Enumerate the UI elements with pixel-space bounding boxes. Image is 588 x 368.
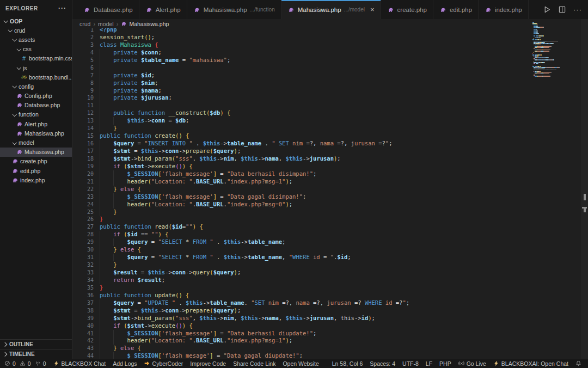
line-number[interactable]: 15: [72, 132, 94, 140]
line-number[interactable]: 26: [72, 216, 94, 223]
code-line[interactable]: 5private $table_name = "mahasiswa";: [72, 57, 588, 64]
tree-file-config-php[interactable]: Config.php: [0, 91, 72, 101]
code-line[interactable]: 35}: [72, 284, 588, 292]
go-live-button[interactable]: Go Live: [458, 360, 486, 367]
code-line[interactable]: 36public function update() {: [72, 292, 588, 299]
tree-folder-assets[interactable]: assets: [0, 35, 72, 44]
breadcrumb-item-model[interactable]: model: [98, 21, 114, 27]
blackbox-chat-button[interactable]: BLACKBOX Chat: [53, 360, 106, 367]
line-number[interactable]: 18: [72, 155, 94, 163]
code-line[interactable]: 31$query = "SELECT * FROM " . $this->tab…: [72, 254, 588, 261]
tree-file-mahasiswa-php[interactable]: Mahasiswa.php: [0, 148, 72, 157]
line-number[interactable]: 9: [72, 87, 94, 95]
run-button-icon[interactable]: [543, 5, 551, 14]
encoding[interactable]: UTF-8: [402, 360, 419, 367]
line-number[interactable]: 44: [72, 352, 94, 359]
line-number[interactable]: 25: [72, 208, 94, 216]
code-line[interactable]: 14}: [72, 125, 588, 132]
code-line[interactable]: 43} else {: [72, 345, 588, 352]
close-icon[interactable]: ×: [370, 6, 375, 13]
line-number[interactable]: 7: [72, 72, 94, 79]
line-number[interactable]: 17: [72, 148, 94, 155]
tree-folder-crud[interactable]: crud: [0, 26, 72, 35]
tab-create-php[interactable]: create.php: [381, 0, 433, 19]
code-line[interactable]: 7private $id;: [72, 72, 588, 79]
tab-edit-php[interactable]: edit.php: [433, 0, 479, 19]
blackboxai-open-chat-button[interactable]: BLACKBOXAI: Open Chat: [493, 360, 568, 367]
tree-file-alert-php[interactable]: Alert.php: [0, 119, 72, 128]
code-line[interactable]: 44$_SESSION['flash_mesage'] = "Data gaga…: [72, 352, 588, 359]
more-actions-button-icon[interactable]: ···: [573, 5, 581, 14]
line-number[interactable]: 35: [72, 284, 94, 292]
tree-folder-model[interactable]: model: [0, 138, 72, 147]
line-number[interactable]: 6: [72, 64, 94, 72]
line-number[interactable]: 38: [72, 307, 94, 315]
section-outline[interactable]: OUTLINE: [0, 339, 72, 349]
line-number[interactable]: 10: [72, 94, 94, 102]
code-line[interactable]: 38$stmt = $this->conn->prepare($query);: [72, 307, 588, 315]
code-line[interactable]: 1<?php: [72, 28, 588, 34]
line-number[interactable]: 14: [72, 125, 94, 132]
line-number[interactable]: 27: [72, 223, 94, 231]
tab-index-php[interactable]: index.php: [479, 0, 529, 19]
code-line[interactable]: 25}: [72, 208, 588, 216]
code-line[interactable]: 11: [72, 102, 588, 109]
code-line[interactable]: 37$query = "UPDATE " . $this->table_name…: [72, 299, 588, 307]
code-line[interactable]: 19if ($stmt->execute()) {: [72, 163, 588, 170]
errors-indicator[interactable]: 0: [4, 360, 16, 367]
line-number[interactable]: 41: [72, 330, 94, 338]
line-number[interactable]: 16: [72, 140, 94, 148]
tree-file-index-php[interactable]: index.php: [0, 175, 72, 185]
code-line[interactable]: 8private $nim;: [72, 79, 588, 87]
line-number[interactable]: 42: [72, 337, 94, 345]
add-logs-button[interactable]: Add Logs: [113, 360, 137, 367]
code-line[interactable]: 18$stmt->bind_param("sss". $this->nim, $…: [72, 155, 588, 163]
share-code-link-button[interactable]: Share Code Link: [233, 360, 275, 367]
code-line[interactable]: 27public function read($id="") {: [72, 223, 588, 231]
tree-file-bootstrap-min-css[interactable]: #bootstrap.min.css: [0, 54, 72, 63]
cursor-position[interactable]: Ln 58, Col 6: [332, 360, 363, 367]
ports-indicator[interactable]: 0: [35, 360, 46, 367]
code-line[interactable]: 13$this->conn = $db;: [72, 117, 588, 125]
indentation[interactable]: Spaces: 4: [370, 360, 395, 367]
line-number[interactable]: 36: [72, 292, 94, 299]
tab-database-php[interactable]: Database.php: [77, 0, 139, 19]
tab-mahasiswa-php-model[interactable]: Mahasiswa.php.../model×: [281, 0, 381, 19]
code-line[interactable]: 22} else {: [72, 186, 588, 193]
code-line[interactable]: 34return $result;: [72, 277, 588, 284]
tab-alert-php[interactable]: Alert.php: [139, 0, 187, 19]
code-line[interactable]: 3class Mahasiswa {: [72, 41, 588, 49]
tree-folder-css[interactable]: css: [0, 45, 72, 54]
code-line[interactable]: 15public function create() {: [72, 132, 588, 140]
line-number[interactable]: 24: [72, 201, 94, 208]
code-line[interactable]: 9private $nama;: [72, 87, 588, 95]
line-number[interactable]: 3: [72, 41, 94, 49]
line-number[interactable]: 21: [72, 178, 94, 186]
notifications-bell[interactable]: [575, 360, 581, 366]
tab-mahasiswa-php-function[interactable]: Mahasiswa.php.../function: [187, 0, 281, 19]
language-mode[interactable]: PHP: [439, 360, 451, 367]
code-line[interactable]: 26}: [72, 216, 588, 223]
explorer-more-actions-icon[interactable]: ···: [58, 4, 66, 12]
code-line[interactable]: 33$result = $this->conn->query($query);: [72, 269, 588, 277]
code-line[interactable]: 10private $jurusan;: [72, 94, 588, 102]
cybercoder-button[interactable]: CyberCoder: [144, 360, 183, 367]
tree-folder-function[interactable]: function: [0, 110, 72, 119]
line-number[interactable]: 1: [72, 28, 94, 34]
line-number[interactable]: 40: [72, 322, 94, 330]
line-number[interactable]: 39: [72, 315, 94, 322]
open-website-button[interactable]: Open Website: [283, 360, 318, 367]
code-line[interactable]: 2session_start();: [72, 34, 588, 41]
code-editor[interactable]: 1<?php2session_start();3class Mahasiswa …: [72, 28, 588, 359]
tree-file-create-php[interactable]: create.php: [0, 157, 72, 166]
line-number[interactable]: 20: [72, 170, 94, 178]
tree-folder-config[interactable]: config: [0, 82, 72, 91]
tree-file-bootstrap-bundl[interactable]: JSbootstrap.bundl...: [0, 72, 72, 82]
code-line[interactable]: 24header("Location: ".BASE_URL."index.ph…: [72, 201, 588, 208]
line-number[interactable]: 2: [72, 34, 94, 41]
line-number[interactable]: 5: [72, 57, 94, 64]
line-number[interactable]: 19: [72, 163, 94, 170]
line-number[interactable]: 23: [72, 193, 94, 201]
tree-folder-oop[interactable]: OOP: [0, 16, 72, 26]
line-number[interactable]: 22: [72, 186, 94, 193]
